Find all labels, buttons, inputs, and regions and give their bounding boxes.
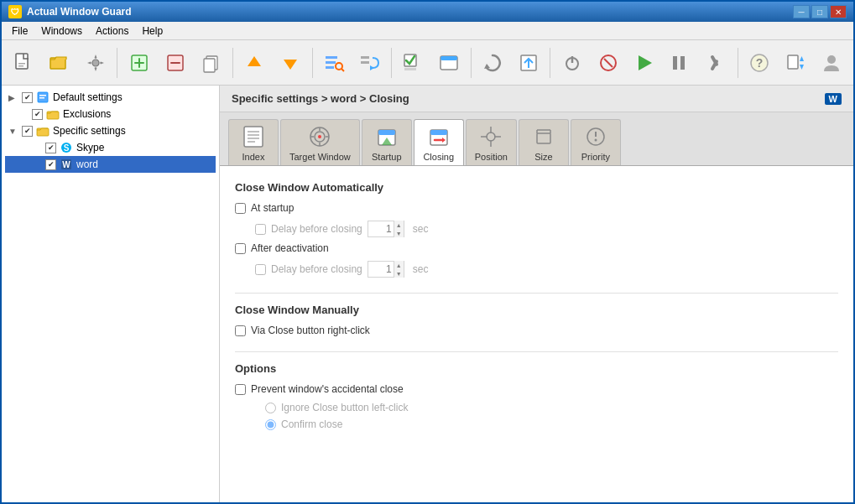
svg-rect-32 xyxy=(680,56,685,70)
expand-icon: ▶ xyxy=(8,93,18,102)
svg-point-57 xyxy=(318,135,321,138)
tab-size[interactable]: Size xyxy=(519,119,569,165)
sidebar-item-exclusions[interactable]: ✔ Exclusions xyxy=(5,106,216,122)
confirm-close-radio[interactable] xyxy=(265,419,276,430)
expand-icon: ▼ xyxy=(8,127,18,136)
label-skype: Skype xyxy=(76,142,104,153)
sidebar-item-word[interactable]: ✔ W word xyxy=(5,156,216,173)
toolbar-copy[interactable] xyxy=(194,45,228,81)
menu-help[interactable]: Help xyxy=(135,23,169,39)
svg-line-15 xyxy=(341,69,344,71)
svg-marker-9 xyxy=(248,56,261,66)
toolbar-up[interactable] xyxy=(237,45,272,81)
toolbar-tools[interactable] xyxy=(699,45,733,81)
svg-rect-12 xyxy=(326,61,336,64)
after-deactivation-checkbox[interactable] xyxy=(235,243,246,254)
toolbar-new[interactable] xyxy=(7,45,41,81)
delay1-down[interactable]: ▼ xyxy=(394,229,404,237)
toolbar-help[interactable]: ? xyxy=(743,45,777,81)
via-close-btn-checkbox[interactable] xyxy=(235,325,246,336)
prevent-accidental-checkbox[interactable] xyxy=(235,384,246,395)
toolbar-play[interactable] xyxy=(627,45,661,81)
label-word: word xyxy=(76,158,98,170)
sidebar-item-skype[interactable]: ✔ S Skype xyxy=(5,139,216,156)
priority-tab-icon xyxy=(582,123,609,150)
at-startup-checkbox[interactable] xyxy=(235,203,246,214)
svg-rect-2 xyxy=(18,65,23,67)
toolbar-add[interactable] xyxy=(122,45,156,81)
tab-startup-label: Startup xyxy=(372,152,401,162)
tab-position[interactable]: Position xyxy=(466,119,517,165)
maximize-button[interactable]: □ xyxy=(811,5,828,18)
toolbar-window[interactable] xyxy=(432,45,467,81)
sep1 xyxy=(117,48,117,78)
toolbar-open[interactable] xyxy=(43,45,77,81)
delay1-input[interactable] xyxy=(368,223,394,235)
toolbar-check[interactable] xyxy=(396,45,430,81)
menu-file[interactable]: File xyxy=(5,23,34,39)
toolbar-settings[interactable] xyxy=(79,45,113,81)
svg-rect-45 xyxy=(37,128,49,136)
close-button[interactable]: ✕ xyxy=(830,5,847,18)
tab-target-label: Target Window xyxy=(289,152,351,162)
delay2-up[interactable]: ▲ xyxy=(394,261,404,269)
delay-before-closing-1-checkbox[interactable] xyxy=(255,224,266,235)
delay-before-closing-2-label: Delay before closing xyxy=(271,263,362,275)
tab-closing[interactable]: Closing xyxy=(414,119,464,165)
delay2-down[interactable]: ▼ xyxy=(394,269,404,278)
tab-target-window[interactable]: Target Window xyxy=(280,119,360,165)
svg-rect-22 xyxy=(441,56,457,60)
sep4 xyxy=(391,48,392,78)
toolbar-pause[interactable] xyxy=(663,45,697,81)
after-deactivation-row: After deactivation xyxy=(235,242,838,254)
toolbar-update[interactable] xyxy=(778,45,812,81)
svg-marker-10 xyxy=(284,60,297,70)
breadcrumb: Specific settings > word > Closing W xyxy=(220,86,853,112)
menu-actions[interactable]: Actions xyxy=(89,23,135,39)
ignore-left-click-radio[interactable] xyxy=(265,403,276,413)
close-manual-title: Close Window Manually xyxy=(235,304,838,316)
sidebar-item-default-settings[interactable]: ▶ ✔ Default settings xyxy=(5,89,216,106)
svg-rect-16 xyxy=(361,56,369,59)
sep2 xyxy=(232,48,233,78)
delay2-input[interactable] xyxy=(368,263,394,275)
toolbar-export[interactable] xyxy=(512,45,546,81)
checkbox-skype[interactable]: ✔ xyxy=(45,143,56,153)
checkbox-word[interactable]: ✔ xyxy=(45,159,56,170)
svg-rect-42 xyxy=(39,95,46,96)
svg-line-29 xyxy=(604,59,613,67)
specific-icon xyxy=(36,124,50,138)
svg-point-80 xyxy=(594,139,597,142)
tabs-bar: Index Target Window Startup xyxy=(220,112,853,166)
sidebar-item-specific-settings[interactable]: ▼ ✔ Specific settings xyxy=(5,122,216,139)
toolbar-find[interactable] xyxy=(317,45,352,81)
toolbar-stop[interactable] xyxy=(591,45,625,81)
svg-marker-39 xyxy=(800,65,804,70)
toolbar-down[interactable] xyxy=(274,45,308,81)
tab-priority[interactable]: Priority xyxy=(571,119,621,165)
menu-windows[interactable]: Windows xyxy=(34,23,89,39)
minimize-button[interactable]: ─ xyxy=(793,5,810,18)
toolbar-refresh[interactable] xyxy=(476,45,510,81)
toolbar-replace[interactable] xyxy=(352,45,387,81)
svg-rect-20 xyxy=(404,68,416,70)
tab-position-label: Position xyxy=(475,152,508,162)
svg-rect-1 xyxy=(18,63,25,65)
ignore-left-click-label: Ignore Close button left-click xyxy=(281,402,408,413)
close-auto-title: Close Window Automatically xyxy=(235,181,838,194)
checkbox-exclusions[interactable]: ✔ xyxy=(32,109,43,120)
checkbox-default-settings[interactable]: ✔ xyxy=(22,92,33,103)
delay1-up[interactable]: ▲ xyxy=(394,221,404,229)
svg-text:S: S xyxy=(64,143,70,153)
toolbar-remove[interactable] xyxy=(158,45,192,81)
tab-startup[interactable]: Startup xyxy=(362,119,412,165)
toolbar-user[interactable] xyxy=(814,45,848,81)
menu-bar: File Windows Actions Help xyxy=(2,22,853,40)
checkbox-specific[interactable]: ✔ xyxy=(22,126,33,137)
radio-confirm-row: Confirm close xyxy=(265,418,838,430)
size-tab-icon xyxy=(530,123,557,150)
toolbar-power[interactable] xyxy=(555,45,589,81)
svg-marker-18 xyxy=(370,65,374,70)
delay-before-closing-2-checkbox[interactable] xyxy=(255,264,266,275)
tab-index[interactable]: Index xyxy=(228,119,279,165)
